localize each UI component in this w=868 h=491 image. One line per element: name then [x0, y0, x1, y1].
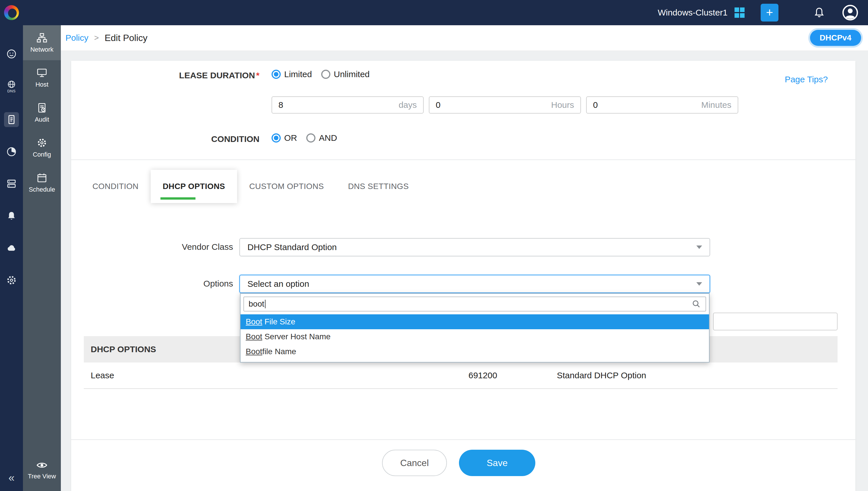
footer-divider [71, 439, 856, 440]
option-value-input[interactable] [713, 313, 838, 330]
dns-globe-icon[interactable]: DNS [6, 80, 17, 93]
notifications-bell-icon[interactable] [813, 6, 825, 19]
app-root: Windows-Cluster1 + [0, 0, 868, 491]
cluster-name[interactable]: Windows-Cluster1 [658, 8, 727, 18]
lease-duration-label-text: LEASE DURATION [179, 70, 255, 80]
sidebar-item-audit[interactable]: Audit [23, 95, 61, 130]
collapse-sidebar-icon[interactable]: « [8, 472, 15, 484]
network-icon [36, 32, 48, 44]
tree-view-eye-icon [35, 460, 48, 470]
sidebar-item-schedule[interactable]: Schedule [23, 165, 61, 200]
duration-inputs-row: 8 days 0 Hours 0 Minutes [272, 96, 738, 114]
hours-value: 0 [436, 100, 551, 110]
dropdown-search-value: boot [249, 299, 264, 309]
required-asterisk: * [256, 70, 260, 80]
days-value: 8 [278, 100, 399, 110]
dropdown-search-input[interactable]: boot [243, 296, 706, 312]
pie-chart-icon[interactable] [6, 146, 17, 157]
sidebar: Network Host [23, 25, 61, 491]
tab-dns-settings[interactable]: DNS SETTINGS [336, 170, 421, 203]
match-text: Boot [246, 347, 262, 356]
cell-option-value: 691200 [468, 371, 497, 380]
topbar: Windows-Cluster1 + [0, 0, 868, 25]
tab-custom-options[interactable]: CUSTOM OPTIONS [237, 170, 336, 203]
radio-limited[interactable]: Limited [272, 69, 312, 79]
content: Page Tips? LEASE DURATION* Limited Unlim… [61, 51, 868, 491]
hours-input[interactable]: 0 Hours [429, 96, 581, 114]
sidebar-item-tree-view[interactable]: Tree View [23, 453, 61, 488]
user-avatar[interactable] [842, 4, 859, 21]
cloud-icon[interactable] [6, 242, 17, 254]
save-button[interactable]: Save [459, 450, 535, 476]
options-select[interactable]: Select an option [239, 275, 710, 293]
topbar-right: Windows-Cluster1 + [658, 4, 868, 22]
windows-logo-icon [735, 7, 744, 18]
sidebar-label-tree-view: Tree View [28, 473, 56, 480]
app-logo[interactable] [0, 5, 23, 20]
sidebar-item-config[interactable]: Config [23, 130, 61, 165]
section-divider [71, 160, 856, 160]
document-icon[interactable] [4, 112, 19, 127]
rest-text: Server Host Name [262, 332, 331, 341]
radio-and-label: AND [319, 133, 337, 143]
rest-text: file Name [262, 347, 296, 356]
host-icon [36, 67, 48, 79]
minutes-unit: Minutes [701, 100, 731, 110]
radio-and-circle [306, 133, 316, 143]
dns-rail-label: DNS [7, 89, 16, 93]
condition-label: CONDITION [71, 134, 260, 144]
alerts-bell-icon[interactable] [6, 210, 17, 222]
table-row-lease[interactable]: Lease 691200 Standard DHCP Option [84, 363, 838, 389]
tab-condition[interactable]: CONDITION [80, 170, 151, 203]
condition-radios: OR AND [272, 133, 346, 143]
radio-or[interactable]: OR [272, 133, 297, 143]
sidebar-label-config: Config [33, 151, 51, 158]
text-cursor [265, 300, 266, 308]
match-text: Boot [246, 332, 262, 341]
vendor-class-value: DHCP Standard Option [247, 242, 337, 252]
sidebar-label-network: Network [30, 46, 54, 53]
days-input[interactable]: 8 days [272, 96, 424, 114]
cell-option-name: Lease [91, 371, 114, 380]
sidebar-item-host[interactable]: Host [23, 60, 61, 95]
cancel-button[interactable]: Cancel [382, 450, 447, 476]
radio-or-label: OR [284, 133, 297, 143]
hours-unit: Hours [551, 100, 574, 110]
minutes-input[interactable]: 0 Minutes [586, 96, 738, 114]
breadcrumb-policy-link[interactable]: Policy [65, 33, 88, 43]
vendor-class-select[interactable]: DHCP Standard Option [239, 238, 710, 256]
dhcpv4-badge: DHCPv4 [810, 30, 861, 46]
search-icon [692, 299, 701, 309]
face-icon[interactable] [6, 48, 17, 60]
main-area: Policy > Edit Policy DHCPv4 Page Tips? L… [61, 25, 868, 491]
sidebar-label-schedule: Schedule [29, 186, 55, 193]
dropdown-item-boot-server-host-name[interactable]: Boot Server Host Name [241, 329, 709, 344]
dropdown-item-boot-file-size[interactable]: Boot File Size [241, 314, 709, 329]
chevron-down-icon [696, 246, 702, 249]
minutes-value: 0 [593, 100, 701, 110]
options-label: Options [71, 279, 233, 289]
radio-and[interactable]: AND [306, 133, 337, 143]
radio-unlimited[interactable]: Unlimited [321, 69, 370, 79]
sidebar-item-network[interactable]: Network [23, 25, 61, 60]
body-row: DNS [0, 25, 868, 491]
radio-limited-circle [272, 70, 281, 79]
sidebar-label-audit: Audit [35, 116, 49, 123]
add-button[interactable]: + [761, 4, 779, 22]
config-gear-icon [36, 137, 48, 149]
page-tips-link[interactable]: Page Tips? [785, 75, 828, 84]
dropdown-item-bootfile-name[interactable]: Bootfile Name [241, 344, 709, 359]
action-buttons: Cancel Save [382, 450, 535, 476]
radio-limited-label: Limited [284, 69, 312, 79]
days-unit: days [399, 100, 417, 110]
settings-gear-icon[interactable] [6, 275, 17, 286]
options-dropdown: boot Boot File Size [240, 293, 710, 363]
rest-text: File Size [262, 317, 295, 326]
tab-dhcp-options[interactable]: DHCP OPTIONS [151, 170, 237, 203]
chevron-down-icon [696, 282, 702, 286]
server-search-icon[interactable] [6, 178, 17, 190]
radio-unlimited-label: Unlimited [334, 69, 370, 79]
tab-bar: CONDITION DHCP OPTIONS CUSTOM OPTIONS DN… [80, 170, 421, 203]
match-text: Boot [246, 317, 262, 326]
page-title: Edit Policy [105, 33, 147, 43]
